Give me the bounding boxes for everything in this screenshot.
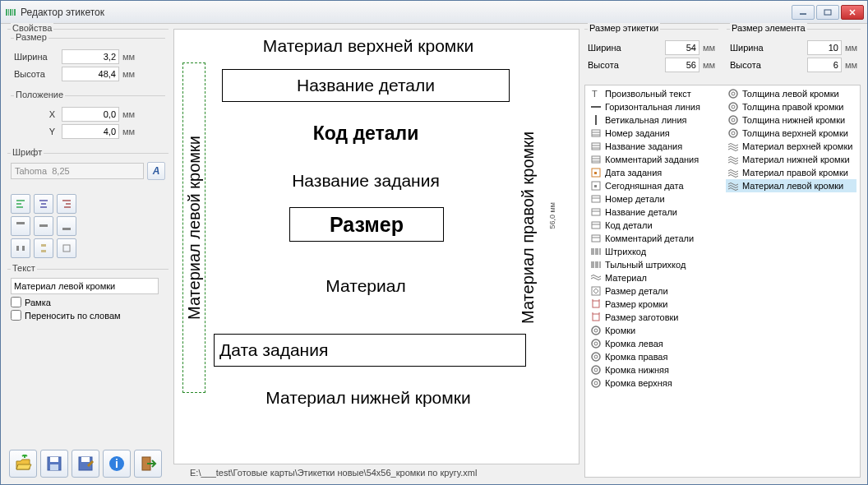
palette-icon bbox=[727, 141, 739, 152]
height-unit: мм bbox=[122, 69, 142, 79]
part-name-element[interactable]: Название детали bbox=[222, 69, 510, 102]
save-button[interactable] bbox=[40, 450, 68, 478]
save-as-button[interactable] bbox=[72, 450, 99, 478]
job-name-element[interactable]: Название задания bbox=[222, 171, 510, 191]
palette-icon bbox=[590, 219, 602, 231]
element-height-input[interactable] bbox=[807, 58, 842, 72]
svg-rect-52 bbox=[592, 209, 600, 215]
palette-item[interactable]: Толщина правой кромки bbox=[726, 100, 856, 113]
palette-item[interactable]: Номер детали bbox=[589, 192, 719, 206]
palette-item[interactable]: Материал верхней кромки bbox=[726, 140, 856, 153]
svg-point-92 bbox=[732, 132, 735, 135]
job-date-element[interactable]: Дата задания bbox=[214, 334, 526, 367]
label-height-input[interactable] bbox=[665, 58, 699, 72]
maximize-button[interactable] bbox=[816, 5, 839, 20]
palette-item[interactable]: Кромка верхняя bbox=[589, 376, 719, 390]
svg-rect-6 bbox=[824, 10, 831, 15]
svg-rect-3 bbox=[12, 9, 13, 16]
palette-icon bbox=[727, 180, 739, 192]
palette-item[interactable]: Материал bbox=[589, 271, 719, 284]
left-edge-element[interactable]: Материал левой кромки bbox=[182, 62, 205, 393]
palette-icon bbox=[590, 338, 602, 349]
width-input[interactable] bbox=[62, 49, 119, 64]
text-input[interactable] bbox=[11, 278, 159, 294]
wrap-checkbox[interactable] bbox=[11, 310, 21, 321]
palette-label: Название задания bbox=[605, 141, 682, 151]
palette-item[interactable]: Материал правой кромки bbox=[726, 166, 856, 179]
svg-rect-0 bbox=[6, 9, 7, 16]
y-input[interactable] bbox=[62, 124, 119, 139]
valign-middle-button[interactable] bbox=[34, 216, 53, 236]
label-width-input[interactable] bbox=[665, 40, 699, 55]
x-input[interactable] bbox=[62, 107, 119, 122]
palette-item[interactable]: Кромка левая bbox=[589, 337, 719, 350]
palette-item[interactable]: Толщина верхней кромки bbox=[726, 127, 856, 140]
palette-item[interactable]: Горизонтальная линия bbox=[589, 100, 719, 113]
element-width-input[interactable] bbox=[807, 40, 842, 55]
distribute-h-button[interactable] bbox=[11, 238, 30, 258]
label-canvas[interactable]: Материал верхней кромки Название детали … bbox=[173, 29, 579, 464]
main-window: Редактор этикеток Свойства Размер Ширина… bbox=[0, 0, 868, 485]
size-element[interactable]: Размер bbox=[289, 207, 444, 242]
palette-item[interactable]: Номер задания bbox=[589, 127, 719, 140]
palette-item[interactable]: Сегодняшная дата bbox=[589, 179, 719, 192]
palette-item[interactable]: Комментарий задания bbox=[589, 153, 719, 166]
palette-label: Произвольный текст bbox=[605, 89, 691, 99]
palette-item[interactable]: Комментарий детали bbox=[589, 232, 719, 245]
titlebar: Редактор этикеток bbox=[1, 1, 867, 24]
palette-icon bbox=[727, 154, 739, 165]
minimize-button[interactable] bbox=[792, 5, 815, 20]
font-button[interactable]: A bbox=[147, 162, 165, 180]
palette-item[interactable]: Материал нижней кромки bbox=[726, 153, 856, 166]
palette-icon bbox=[590, 325, 602, 336]
open-button[interactable] bbox=[9, 450, 37, 478]
info-button[interactable]: i bbox=[103, 450, 131, 478]
material-element[interactable]: Материал bbox=[222, 276, 510, 296]
palette-item[interactable]: Размер детали bbox=[589, 284, 719, 298]
palette-item[interactable]: Кромка нижняя bbox=[589, 363, 719, 376]
right-edge-element[interactable]: Материал правой кромки bbox=[516, 62, 539, 393]
svg-rect-24 bbox=[41, 250, 46, 252]
width-unit: мм bbox=[122, 52, 142, 62]
palette-item[interactable]: Материал левой кромки bbox=[726, 179, 856, 192]
palette-item[interactable]: Название детали bbox=[589, 206, 719, 219]
size-legend: Размер bbox=[14, 32, 48, 42]
spacing-button[interactable] bbox=[57, 238, 76, 258]
palette-item[interactable]: Название задания bbox=[589, 140, 719, 153]
svg-rect-1 bbox=[8, 9, 9, 16]
bottom-edge-element[interactable]: Материал нижней кромки bbox=[204, 388, 533, 408]
text-legend: Текст bbox=[11, 263, 37, 273]
align-right-button[interactable] bbox=[57, 194, 76, 214]
distribute-v-button[interactable] bbox=[34, 238, 53, 258]
valign-top-button[interactable] bbox=[11, 216, 30, 236]
align-left-button[interactable] bbox=[11, 194, 30, 214]
file-path: E:\___test\Готовые карты\Этикетки новые\… bbox=[173, 468, 579, 478]
palette-item[interactable]: Дата задания bbox=[589, 166, 719, 179]
palette-item[interactable]: TПроизвольный текст bbox=[589, 87, 719, 100]
element-width-label: Ширина bbox=[730, 43, 807, 53]
align-center-button[interactable] bbox=[34, 194, 53, 214]
properties-panel: Свойства Размер Ширина мм Высота мм bbox=[7, 29, 169, 478]
part-code-element[interactable]: Код детали bbox=[222, 122, 510, 145]
palette-item[interactable]: Ветикальная линия bbox=[589, 113, 719, 127]
height-input[interactable] bbox=[62, 67, 119, 81]
palette-label: Кромка правая bbox=[605, 352, 667, 362]
palette-item[interactable]: Тыльный штрихкод bbox=[589, 258, 719, 271]
palette-item[interactable]: Толщина нижней кромки bbox=[726, 113, 856, 127]
palette-item[interactable]: Кромки bbox=[589, 324, 719, 337]
exit-button[interactable] bbox=[134, 450, 162, 478]
palette-icon bbox=[727, 127, 739, 139]
frame-checkbox[interactable] bbox=[11, 297, 21, 307]
palette-item[interactable]: Размер кромки bbox=[589, 298, 719, 311]
svg-point-91 bbox=[729, 129, 737, 137]
palette-item[interactable]: Толщина левой кромки bbox=[726, 87, 856, 100]
valign-bottom-button[interactable] bbox=[57, 216, 76, 236]
top-edge-element[interactable]: Материал верхней кромки bbox=[204, 36, 533, 56]
palette-item[interactable]: Размер заготовки bbox=[589, 311, 719, 324]
palette-label: Кромки bbox=[605, 326, 635, 335]
element-palette: TПроизвольный текстГоризонтальная линияВ… bbox=[584, 85, 861, 478]
palette-item[interactable]: Штрихкод bbox=[589, 245, 719, 258]
palette-item[interactable]: Код детали bbox=[589, 219, 719, 232]
palette-item[interactable]: Кромка правая bbox=[589, 350, 719, 363]
close-button[interactable] bbox=[841, 5, 864, 20]
